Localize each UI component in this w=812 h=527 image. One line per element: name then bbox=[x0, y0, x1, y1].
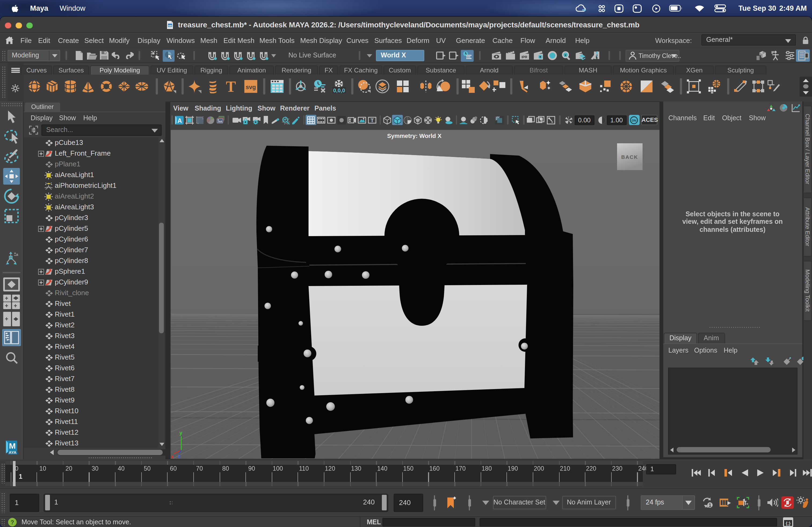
svg-text:svg: svg bbox=[246, 84, 256, 90]
svg-text:1: 1 bbox=[709, 502, 711, 508]
svg-text:?: ? bbox=[11, 519, 14, 526]
svg-text:z: z bbox=[178, 453, 180, 458]
svg-text:{;}: {;} bbox=[786, 521, 791, 526]
svg-text:T: T bbox=[226, 79, 236, 93]
svg-text:T: T bbox=[370, 117, 374, 123]
svg-text:x: x bbox=[564, 53, 567, 57]
svg-text:y: y bbox=[179, 430, 183, 436]
svg-text:MB: MB bbox=[168, 24, 172, 27]
svg-text:ON: ON bbox=[632, 119, 636, 122]
svg-text:AYA: AYA bbox=[9, 450, 17, 454]
svg-text:0,0,0: 0,0,0 bbox=[333, 87, 345, 93]
svg-text:BACK: BACK bbox=[621, 154, 638, 160]
svg-text:+: + bbox=[14, 302, 17, 309]
svg-text:M: M bbox=[9, 441, 16, 450]
svg-text:x: x bbox=[171, 453, 174, 459]
svg-text:IPR: IPR bbox=[521, 55, 527, 59]
svg-text:+: + bbox=[5, 302, 8, 309]
svg-text:A: A bbox=[177, 117, 182, 124]
svg-text:+: + bbox=[5, 315, 8, 322]
svg-text:+: + bbox=[5, 295, 8, 301]
